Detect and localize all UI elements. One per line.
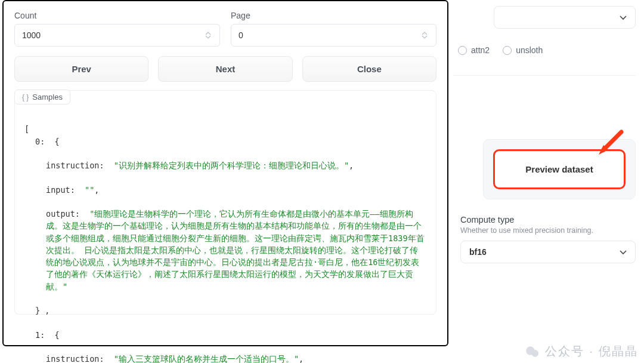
radio-unsloth-label: unsloth — [516, 45, 543, 55]
chevron-down-icon — [620, 13, 627, 22]
dataset-preview-modal: Count 1000 Page 0 Prev Next Close — [2, 0, 448, 346]
compute-type-title: Compute type — [460, 215, 636, 224]
samples-tab[interactable]: { } Samples — [14, 90, 70, 104]
page-value: 0 — [239, 30, 243, 40]
settings-column: attn2 unsloth Preview dataset Compute ty… — [453, 0, 643, 363]
watermark: 公众号 · 倪晶晶 — [525, 343, 638, 359]
svg-point-1 — [532, 350, 539, 357]
watermark-dot: · — [589, 344, 594, 358]
samples-panel: { } Samples [ 0: { instruction: "识别并解释给定… — [14, 90, 436, 315]
preview-dataset-button[interactable]: Preview dataset — [493, 149, 626, 189]
compute-type-select[interactable]: bf16 — [460, 241, 636, 263]
compute-type-subtitle: Whether to use mixed precision training. — [460, 226, 636, 235]
radio-attn2-label: attn2 — [471, 45, 490, 55]
preview-dataset-label: Preview dataset — [525, 164, 593, 174]
wechat-icon — [525, 344, 540, 359]
count-input[interactable]: 1000 — [14, 24, 220, 47]
divider — [453, 75, 636, 76]
count-stepper[interactable] — [204, 32, 212, 39]
samples-tab-label: Samples — [32, 93, 63, 101]
close-button[interactable]: Close — [302, 56, 436, 82]
preview-card: Preview dataset — [483, 139, 636, 199]
radio-circle-icon — [503, 46, 512, 55]
count-value: 1000 — [22, 30, 41, 40]
compute-type-value: bf16 — [469, 247, 487, 257]
compute-type-section: Compute type Whether to use mixed precis… — [460, 215, 636, 263]
prev-button[interactable]: Prev — [14, 56, 148, 82]
watermark-prefix: 公众号 — [545, 343, 584, 359]
chevron-down-icon — [620, 247, 627, 257]
page-stepper[interactable] — [420, 32, 429, 39]
watermark-name: 倪晶晶 — [599, 343, 638, 359]
next-button[interactable]: Next — [158, 56, 292, 82]
attn-radio-group: attn2 unsloth — [458, 29, 636, 55]
count-label: Count — [14, 11, 220, 20]
radio-circle-icon — [458, 46, 467, 55]
top-dropdown[interactable] — [494, 6, 636, 29]
count-field: Count 1000 — [14, 11, 220, 47]
page-input[interactable]: 0 — [231, 24, 436, 47]
page-field: Page 0 — [231, 11, 436, 47]
radio-attn2[interactable]: attn2 — [458, 45, 490, 55]
radio-unsloth[interactable]: unsloth — [503, 45, 543, 55]
annotation-arrow-icon — [593, 130, 624, 161]
page-label: Page — [231, 11, 436, 20]
braces-icon: { } — [22, 93, 29, 101]
samples-json: [ 0: { instruction: "识别并解释给定列表中的两个科学理论：细… — [15, 105, 436, 363]
